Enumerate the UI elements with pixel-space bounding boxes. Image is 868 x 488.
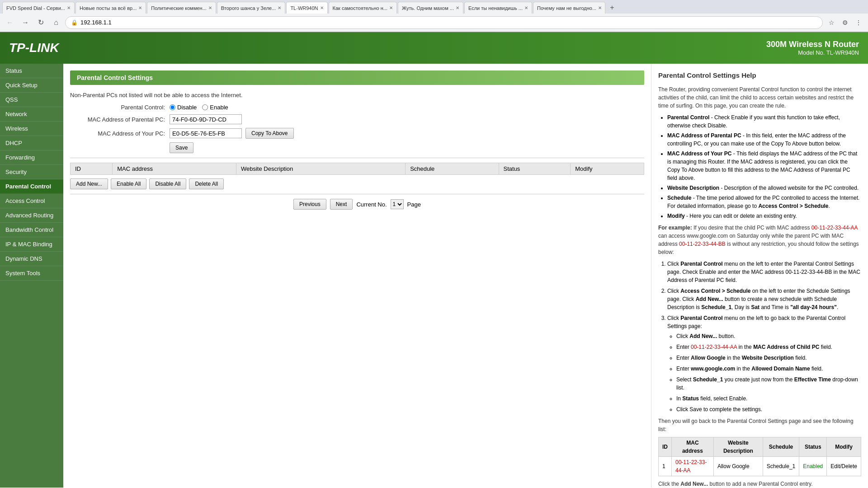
next-button[interactable]: Next: [330, 199, 353, 210]
help-bullet-5: Schedule - The time period allowed for t…: [667, 194, 861, 210]
disable-all-button[interactable]: Disable All: [149, 178, 186, 189]
divider: [70, 158, 644, 158]
router-model: 300M Wireless N Router: [766, 40, 859, 49]
tab-close-6[interactable]: ✕: [389, 5, 393, 10]
main-area: Parental Control Settings Non-Parental P…: [63, 64, 868, 488]
disable-radio[interactable]: [170, 104, 175, 110]
add-new-button[interactable]: Add New...: [70, 178, 108, 189]
previous-button[interactable]: Previous: [293, 199, 326, 210]
tab-1[interactable]: FVD Speed Dial - Серви...✕: [2, 2, 75, 14]
copy-to-above-button[interactable]: Copy To Above: [245, 128, 294, 139]
help-panel: Parental Control Settings Help The Route…: [651, 64, 868, 488]
mac-your-row: MAC Address of Your PC: E0-D5-5E-76-E5-F…: [70, 128, 644, 139]
help-bullet-3: MAC Address of Your PC - This field disp…: [667, 150, 861, 182]
tab-close-2[interactable]: ✕: [138, 5, 142, 10]
col-mac: MAC address: [113, 163, 236, 175]
tab-close-4[interactable]: ✕: [278, 5, 281, 10]
sidebar-item-access-control[interactable]: Access Control: [0, 194, 63, 208]
sidebar-item-system-tools[interactable]: System Tools: [0, 266, 63, 281]
step3-bullet-5: Select Schedule_1 you create just now fr…: [676, 375, 861, 392]
tab-close-9[interactable]: ✕: [598, 5, 602, 10]
mac-your-input[interactable]: E0-D5-5E-76-E5-FB: [170, 128, 242, 138]
ex-status: Enabled: [799, 456, 827, 476]
new-tab-button[interactable]: +: [606, 2, 618, 14]
sidebar-item-advanced-routing[interactable]: Advanced Routing: [0, 208, 63, 223]
bookmark-button[interactable]: ☆: [826, 17, 837, 28]
sidebar-item-wireless[interactable]: Wireless: [0, 122, 63, 136]
reload-button[interactable]: ↻: [34, 16, 47, 29]
sidebar-item-status[interactable]: Status: [0, 64, 63, 78]
help-bullets: Parental Control - Check Enable if you w…: [667, 113, 861, 220]
sidebar-item-dhcp[interactable]: DHCP: [0, 136, 63, 150]
sidebar-item-quicksetup[interactable]: Quick Setup: [0, 78, 63, 93]
step3-bullet-1: Click Add New... button.: [676, 332, 861, 340]
page-title: Parental Control Settings: [70, 70, 644, 85]
step3-bullet-3: Enter Allow Google in the Website Descri…: [676, 354, 861, 362]
tab-close-1[interactable]: ✕: [67, 5, 71, 10]
sidebar-item-dynamic-dns[interactable]: Dynamic DNS: [0, 252, 63, 266]
help-bullet-2: MAC Address of Parental PC - In this fie…: [667, 131, 861, 148]
enable-radio-label[interactable]: Enable: [202, 104, 228, 111]
ex-col-modify: Modify: [827, 437, 861, 456]
tab-close-5[interactable]: ✕: [320, 5, 324, 10]
help-bullet-6: Modify - Here you can edit or delete an …: [667, 212, 861, 220]
tab-2[interactable]: Новые посты за всё вр...✕: [75, 2, 146, 14]
mac-parental-row: MAC Address of Parental PC: 74-F0-6D-9D-…: [70, 114, 644, 124]
sidebar: Status Quick Setup QSS Network Wireless …: [0, 64, 63, 488]
sidebar-item-bandwidth-control[interactable]: Bandwidth Control: [0, 223, 63, 237]
tab-4[interactable]: Второго шанса у Зеле...✕: [217, 2, 286, 14]
browser-tabs: FVD Speed Dial - Серви...✕ Новые посты з…: [0, 0, 868, 14]
delete-all-button[interactable]: Delete All: [189, 178, 224, 189]
tab-close-8[interactable]: ✕: [524, 5, 528, 10]
enable-radio[interactable]: [202, 104, 208, 110]
save-row: Save: [70, 142, 644, 153]
menu-button[interactable]: ⋮: [853, 17, 864, 28]
sidebar-item-qss[interactable]: QSS: [0, 93, 63, 107]
help-example-intro: For example: If you desire that the chil…: [658, 224, 861, 256]
router-info: 300M Wireless N Router Model No. TL-WR94…: [766, 40, 859, 56]
help-example-table: ID MAC address Website Description Sched…: [658, 437, 861, 476]
sidebar-item-ip-mac-binding[interactable]: IP & MAC Binding: [0, 237, 63, 252]
address-input[interactable]: 192.168.1.1: [80, 19, 817, 26]
help-steps: Click Parental Control menu on the left …: [667, 260, 861, 413]
col-modify: Modify: [571, 163, 644, 175]
back-button[interactable]: ←: [4, 16, 16, 29]
tab-9[interactable]: Почему нам не выгодно...✕: [533, 2, 605, 14]
mac-parental-label: MAC Address of Parental PC:: [70, 116, 170, 123]
tab-7[interactable]: Жуть. Одним махом ...✕: [398, 2, 463, 14]
save-button[interactable]: Save: [170, 142, 193, 153]
sidebar-item-forwarding[interactable]: Forwarding: [0, 150, 63, 165]
tab-5[interactable]: TL-WR940N✕: [286, 2, 327, 14]
tp-link-logo: TP-LINK: [9, 41, 59, 55]
help-result-intro: Then you will go back to the Parental Co…: [658, 417, 861, 433]
tab-close-7[interactable]: ✕: [456, 5, 459, 10]
help-step-2: Click Access Control > Schedule on the l…: [667, 287, 861, 311]
sidebar-item-network[interactable]: Network: [0, 107, 63, 122]
settings-panel: Parental Control Settings Non-Parental P…: [63, 64, 651, 488]
mac-your-control: E0-D5-5E-76-E5-FB Copy To Above: [170, 128, 294, 139]
col-website: Website Description: [236, 163, 405, 175]
tab-8[interactable]: Если ты ненавидишь ...✕: [464, 2, 532, 14]
ex-col-mac: MAC address: [672, 437, 714, 456]
current-no-label: Current No.: [356, 201, 387, 208]
mac-parental-input[interactable]: 74-F0-6D-9D-7D-CD: [170, 114, 242, 124]
address-bar[interactable]: 🔒 192.168.1.1: [65, 16, 823, 29]
home-button[interactable]: ⌂: [50, 16, 62, 29]
extensions-button[interactable]: ⚙: [839, 17, 851, 28]
help-step-3: Click Parental Control menu on the left …: [667, 314, 861, 413]
tab-3[interactable]: Политические коммен...✕: [147, 2, 216, 14]
tab-6[interactable]: Как самостоятельно н...✕: [329, 2, 397, 14]
ex-col-desc: Website Description: [713, 437, 763, 456]
forward-button[interactable]: →: [19, 16, 32, 29]
disable-radio-label[interactable]: Disable: [170, 104, 197, 111]
ex-desc: Allow Google: [713, 456, 763, 476]
info-text: Non-Parental PCs not listed will not be …: [70, 92, 644, 99]
sidebar-item-security[interactable]: Security: [0, 165, 63, 179]
enable-all-button[interactable]: Enable All: [111, 178, 146, 189]
tab-close-3[interactable]: ✕: [208, 5, 212, 10]
divider-2: [70, 194, 644, 194]
help-bullet-4: Website Description - Description of the…: [667, 184, 861, 192]
page-select[interactable]: 1: [391, 199, 404, 209]
mac-your-label: MAC Address of Your PC:: [70, 130, 170, 137]
sidebar-item-parental-control[interactable]: Parental Control: [0, 179, 63, 194]
